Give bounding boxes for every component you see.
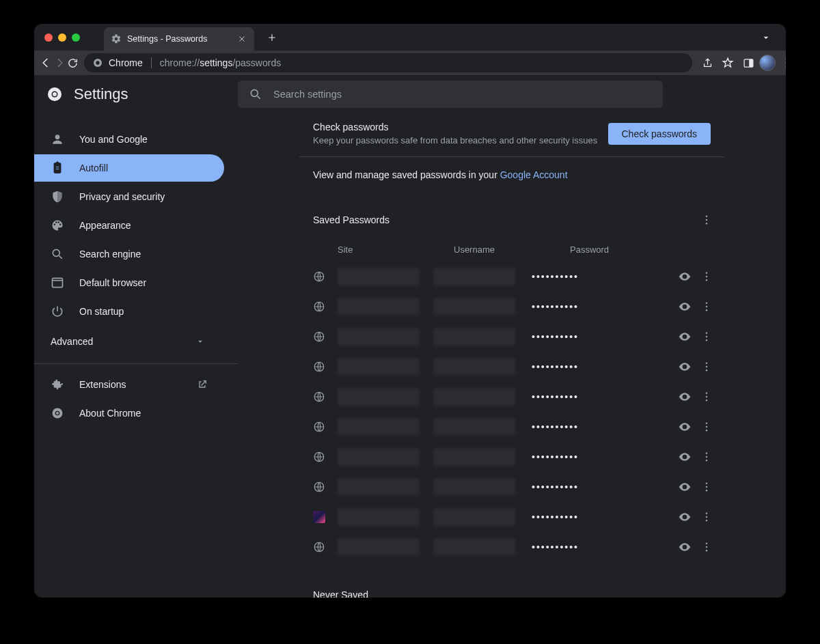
- share-button[interactable]: [698, 53, 717, 72]
- settings-search-box[interactable]: [238, 81, 663, 108]
- show-password-button[interactable]: [674, 270, 696, 283]
- minimize-window-button[interactable]: [58, 33, 66, 42]
- username-cell-redacted: [433, 508, 515, 526]
- page-title: Settings: [74, 85, 128, 103]
- password-row-menu-button[interactable]: [696, 296, 718, 318]
- globe-icon: [313, 481, 325, 493]
- show-password-button[interactable]: [674, 510, 696, 524]
- clipboard-icon: [51, 161, 64, 175]
- site-cell-redacted: [338, 478, 420, 496]
- password-row-menu-button[interactable]: [696, 416, 718, 438]
- check-passwords-row: Check passwords Keep your passwords safe…: [299, 113, 724, 157]
- password-row-menu-button[interactable]: [696, 536, 718, 558]
- tab-list-dropdown-button[interactable]: [756, 28, 776, 47]
- sidebar-item-privacy-and-security[interactable]: Privacy and security: [34, 183, 224, 210]
- svg-point-56: [706, 482, 708, 484]
- sidebar-item-appearance[interactable]: Appearance: [34, 212, 224, 239]
- password-row[interactable]: ••••••••••: [299, 532, 724, 562]
- show-password-button[interactable]: [674, 300, 696, 313]
- reload-button[interactable]: [67, 53, 79, 72]
- column-username: Username: [454, 244, 570, 255]
- svg-point-65: [706, 542, 708, 544]
- globe-icon: [313, 361, 325, 373]
- sidebar-item-search-engine[interactable]: Search engine: [34, 240, 224, 268]
- username-cell-redacted: [433, 388, 515, 406]
- password-row[interactable]: ••••••••••: [299, 472, 724, 502]
- show-password-button[interactable]: [674, 480, 696, 494]
- google-account-link[interactable]: Google Account: [500, 169, 568, 180]
- password-row-menu-button[interactable]: [696, 476, 718, 498]
- username-cell-redacted: [433, 448, 515, 466]
- profile-avatar-button[interactable]: [759, 55, 776, 71]
- maximize-window-button[interactable]: [72, 33, 80, 42]
- side-panel-button[interactable]: [739, 53, 758, 72]
- close-window-button[interactable]: [44, 33, 53, 42]
- password-row-menu-button[interactable]: [696, 446, 718, 468]
- svg-point-57: [706, 486, 708, 488]
- sidebar-item-about-chrome[interactable]: About Chrome: [34, 400, 224, 427]
- svg-rect-12: [53, 278, 63, 287]
- username-cell-redacted: [433, 538, 515, 556]
- show-password-button[interactable]: [674, 420, 696, 434]
- settings-search-input[interactable]: [273, 89, 652, 100]
- password-mask: ••••••••••: [529, 512, 674, 522]
- password-row[interactable]: ••••••••••: [299, 442, 724, 472]
- svg-point-52: [706, 456, 708, 458]
- svg-point-51: [706, 452, 708, 454]
- site-favicon: [313, 511, 325, 523]
- password-row-menu-button[interactable]: [696, 386, 718, 408]
- browser-menu-button[interactable]: [777, 53, 786, 72]
- sidebar-item-default-browser[interactable]: Default browser: [34, 269, 224, 296]
- show-password-button[interactable]: [674, 390, 696, 404]
- password-row-menu-button[interactable]: [696, 266, 718, 288]
- omnibox-divider: [151, 57, 152, 68]
- sidebar-item-extensions[interactable]: Extensions: [34, 371, 224, 398]
- check-passwords-button[interactable]: Check passwords: [608, 123, 711, 145]
- svg-point-10: [251, 89, 258, 96]
- password-row[interactable]: ••••••••••: [299, 292, 724, 322]
- password-row-menu-button[interactable]: [696, 326, 718, 348]
- bookmark-button[interactable]: [718, 53, 737, 72]
- password-row[interactable]: ••••••••••: [299, 262, 724, 292]
- browser-tab[interactable]: Settings - Passwords: [104, 27, 254, 51]
- svg-point-20: [683, 275, 685, 277]
- saved-passwords-menu-button[interactable]: [696, 209, 718, 231]
- svg-point-62: [706, 520, 708, 522]
- svg-point-30: [683, 335, 685, 337]
- site-cell-redacted: [338, 418, 420, 436]
- globe-icon: [313, 391, 325, 403]
- password-row-menu-button[interactable]: [696, 356, 718, 378]
- close-tab-button[interactable]: [236, 33, 247, 44]
- site-info-icon[interactable]: [92, 57, 103, 68]
- sidebar-item-on-startup[interactable]: On startup: [34, 298, 224, 325]
- new-tab-button[interactable]: [262, 28, 282, 47]
- show-password-button[interactable]: [674, 360, 696, 374]
- sidebar-item-autofill[interactable]: Autofill: [34, 154, 224, 182]
- back-button[interactable]: [40, 53, 52, 72]
- shield-icon: [51, 190, 64, 204]
- sidebar-item-you-and-google[interactable]: You and Google: [34, 126, 224, 153]
- show-password-button[interactable]: [674, 540, 696, 554]
- svg-point-32: [706, 336, 708, 338]
- username-cell-redacted: [433, 478, 515, 496]
- forward-button[interactable]: [53, 53, 66, 72]
- gear-icon: [111, 33, 122, 44]
- password-row-menu-button[interactable]: [696, 506, 718, 528]
- svg-point-50: [683, 456, 685, 458]
- password-row[interactable]: ••••••••••: [299, 382, 724, 412]
- password-row[interactable]: ••••••••••: [299, 502, 724, 532]
- show-password-button[interactable]: [674, 330, 696, 344]
- show-password-button[interactable]: [674, 450, 696, 464]
- settings-sidebar: You and Google Autofill Privacy and secu…: [34, 113, 238, 598]
- sidebar-advanced-toggle[interactable]: Advanced: [34, 326, 238, 356]
- password-mask: ••••••••••: [529, 451, 674, 462]
- password-row[interactable]: ••••••••••: [299, 412, 724, 442]
- password-row[interactable]: ••••••••••: [299, 322, 724, 352]
- address-bar[interactable]: Chrome chrome://settings/passwords: [84, 53, 692, 72]
- sidebar-item-label: Appearance: [79, 220, 131, 231]
- browser-window: Settings - Passwords Chrome: [34, 24, 786, 598]
- username-cell-redacted: [433, 358, 515, 376]
- svg-point-59: [683, 516, 685, 518]
- search-icon: [249, 87, 262, 101]
- password-row[interactable]: ••••••••••: [299, 352, 724, 382]
